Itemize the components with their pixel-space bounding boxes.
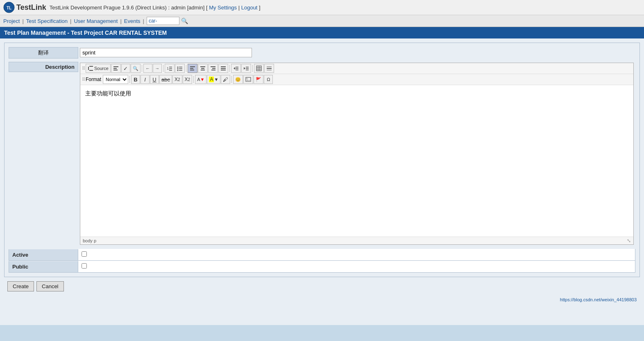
logout-link[interactable]: Logout [241, 5, 258, 11]
format-label: Format [86, 77, 101, 82]
toolbar-sep3 [186, 65, 186, 72]
svg-marker-34 [244, 67, 245, 70]
svg-rect-33 [236, 70, 238, 70]
cancel-button[interactable]: Cancel [36, 281, 63, 291]
undo-btn[interactable]: ← [143, 64, 152, 73]
align-right-btn[interactable] [208, 64, 218, 73]
svg-rect-35 [246, 67, 249, 68]
main-content: 翻译 Description ⠿ Source [0, 38, 644, 325]
svg-rect-36 [246, 68, 249, 69]
name-input[interactable] [80, 48, 252, 57]
underline-btn[interactable]: U [150, 75, 159, 84]
svg-rect-15 [179, 67, 182, 68]
toolbar2-drag-handle: ⠿ [82, 77, 85, 82]
toolbar-sep5 [252, 65, 253, 72]
source-icon [88, 65, 93, 71]
ordered-list-btn[interactable]: 1. [165, 64, 175, 73]
name-label: 翻译 [9, 47, 78, 59]
superscript-btn[interactable]: X2 [183, 75, 193, 84]
unordered-list-btn[interactable] [175, 64, 185, 73]
description-value-cell: ⠿ Source ✓ [78, 62, 635, 246]
subscript-btn[interactable]: X2 [172, 75, 182, 84]
svg-text:TL: TL [7, 6, 11, 10]
align-center-btn[interactable] [198, 64, 208, 73]
outdent-btn[interactable] [231, 64, 241, 73]
app-title-text: TestLink Development Prague 1.9.6 (Direc… [50, 5, 261, 11]
svg-rect-32 [236, 68, 238, 69]
svg-rect-4 [89, 70, 93, 71]
svg-rect-21 [200, 66, 205, 67]
toolbar-sep4 [229, 65, 230, 72]
svg-rect-29 [221, 70, 226, 70]
toolbar-sep2 [163, 65, 163, 72]
highlight-icon: A [209, 77, 214, 82]
search-input[interactable] [147, 17, 179, 25]
toolbar-sep1 [142, 65, 142, 72]
format-select[interactable]: Normal [103, 75, 128, 84]
find-btn[interactable]: 🔍 [131, 64, 141, 73]
svg-rect-27 [221, 66, 226, 67]
nav-project[interactable]: Project [3, 18, 20, 24]
table-icon [256, 65, 262, 71]
nav-test-specification[interactable]: Test Specification [26, 18, 68, 24]
create-button[interactable]: Create [7, 281, 34, 291]
page-header: Test Plan Management - Test Project CAR … [0, 27, 644, 38]
source-button[interactable]: Source [86, 64, 111, 73]
toolbar-sep7 [193, 76, 194, 83]
svg-marker-48 [246, 79, 251, 81]
top-bar: TL TestLink TestLink Development Prague … [0, 0, 644, 15]
public-row: Public [9, 261, 635, 273]
smiley-btn[interactable]: 😊 [233, 75, 243, 84]
svg-rect-6 [113, 68, 117, 69]
align-left-btn[interactable] [188, 64, 197, 73]
spell-check-btn[interactable]: ✓ [121, 64, 130, 73]
table-btn[interactable] [254, 64, 264, 73]
svg-rect-31 [236, 67, 238, 68]
active-value-cell [78, 249, 635, 261]
redo-btn[interactable]: → [153, 64, 162, 73]
format-btn1[interactable] [111, 64, 121, 73]
hr-icon [266, 65, 272, 71]
bottom-buttons: Create Cancel [4, 277, 640, 296]
source-label: Source [94, 66, 109, 71]
page-title: Test Plan Management - Test Project CAR … [4, 29, 167, 36]
public-checkbox[interactable] [82, 263, 87, 269]
unordered-list-icon [177, 65, 183, 71]
nav-user-management[interactable]: User Management [74, 18, 118, 24]
flag-btn[interactable]: 🚩 [254, 75, 263, 84]
align-left-icon [190, 65, 195, 71]
bold-btn[interactable]: B [131, 75, 140, 84]
svg-rect-18 [190, 66, 195, 67]
editor-area[interactable]: 主要功能可以使用 [80, 85, 633, 237]
editor-wrapper: ⠿ Source ✓ [80, 63, 634, 245]
svg-rect-22 [201, 68, 204, 69]
editor-statusbar: body p ⤡ [80, 237, 633, 244]
special-char-btn[interactable]: Ω [264, 75, 273, 84]
logo-text: TestLink [16, 3, 46, 12]
toolbar-drag-handle: ⠿ [82, 66, 85, 71]
public-label: Public [9, 261, 78, 273]
svg-rect-3 [89, 66, 93, 67]
active-checkbox[interactable] [82, 251, 87, 257]
name-row: 翻译 [9, 47, 635, 59]
search-button[interactable]: 🔍 [181, 18, 188, 24]
justify-btn[interactable] [218, 64, 228, 73]
strikethrough-btn[interactable]: abc [159, 75, 172, 84]
indent-btn[interactable] [241, 64, 251, 73]
resize-handle[interactable]: ⤡ [627, 238, 631, 244]
footer-link: https://blog.csdn.net/weixin_44198803 [560, 297, 637, 302]
highlight-btn[interactable]: A▼ [207, 75, 220, 84]
testlink-logo-icon: TL [3, 2, 15, 13]
hr-btn[interactable] [264, 64, 274, 73]
font-color-btn[interactable]: A▼ [195, 75, 206, 84]
nav-events[interactable]: Events [124, 18, 141, 24]
svg-point-47 [247, 78, 248, 79]
svg-rect-20 [190, 70, 194, 70]
svg-point-13 [177, 68, 178, 70]
align-right-icon [210, 65, 216, 71]
italic-btn[interactable]: I [141, 75, 150, 84]
image-btn[interactable] [243, 75, 253, 84]
my-settings-link[interactable]: My Settings [209, 5, 237, 11]
name-value-cell [78, 47, 635, 58]
remove-format-btn[interactable]: 🖋 [221, 75, 230, 84]
